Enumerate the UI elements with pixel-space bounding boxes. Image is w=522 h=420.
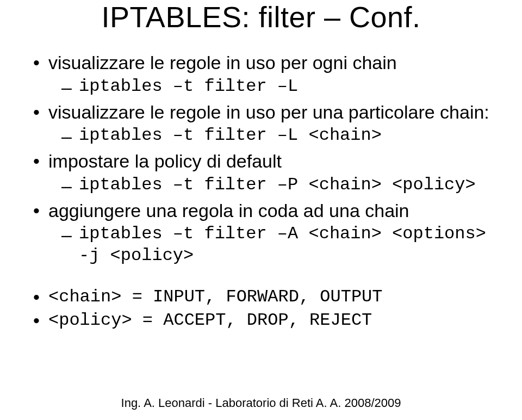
bullet-item: aggiungere una regola in coda ad una cha… [30,199,492,267]
bottom-item: <chain> = INPUT, FORWARD, OUTPUT [30,285,492,308]
sub-list: iptables –t filter –L [48,76,492,97]
bullet-item: visualizzare le regole in uso per ogni c… [30,51,492,97]
bullet-text: impostare la policy di default [48,151,282,171]
bullet-text: aggiungere una regola in coda ad una cha… [48,200,409,221]
sub-item: iptables –t filter –P <chain> <policy> [48,174,492,196]
sub-item: iptables –t filter –L <chain> [48,125,492,146]
bullet-text: visualizzare le regole in uso per una pa… [48,102,489,122]
sub-item: iptables –t filter –L [48,76,492,97]
sub-list: iptables –t filter –L <chain> [48,125,492,146]
bottom-item: <policy> = ACCEPT, DROP, REJECT [30,308,492,332]
bullet-list: visualizzare le regole in uso per ogni c… [30,51,492,267]
slide-title: IPTABLES: filter – Conf. [30,0,492,34]
sub-item: iptables –t filter –A <chain> <options> … [48,223,492,267]
bullet-text: visualizzare le regole in uso per ogni c… [48,52,397,73]
slide: IPTABLES: filter – Conf. visualizzare le… [0,0,522,420]
bullet-item: impostare la policy di default iptables … [30,150,492,196]
footer-text: Ing. A. Leonardi - Laboratorio di Reti A… [0,396,522,410]
sub-list: iptables –t filter –P <chain> <policy> [48,174,492,196]
bullet-item: visualizzare le regole in uso per una pa… [30,101,492,147]
bottom-list: <chain> = INPUT, FORWARD, OUTPUT <policy… [30,285,492,332]
slide-content: visualizzare le regole in uso per ogni c… [30,51,492,332]
spacer [30,270,492,285]
sub-list: iptables –t filter –A <chain> <options> … [48,223,492,267]
